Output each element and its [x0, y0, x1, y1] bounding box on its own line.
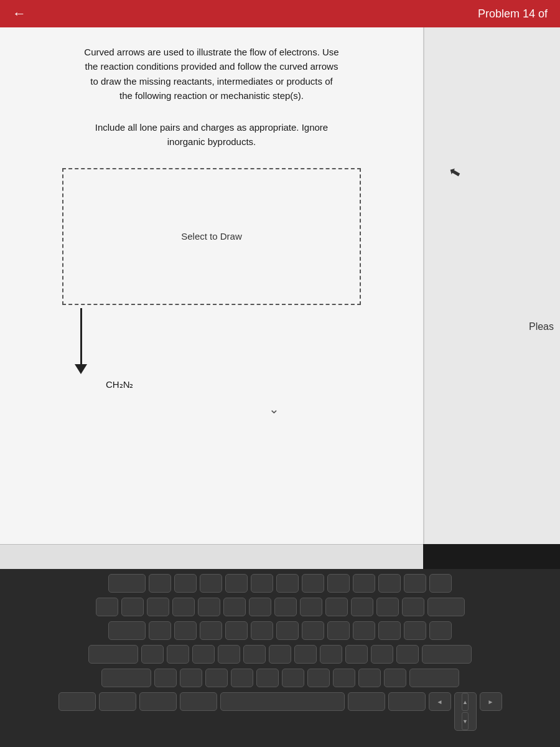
- draw-area[interactable]: Select to Draw: [62, 168, 361, 305]
- key-j[interactable]: [294, 645, 317, 664]
- instructions-paragraph-1: Curved arrows are used to illustrate the…: [19, 45, 404, 103]
- key-m[interactable]: [307, 669, 330, 687]
- key-f11[interactable]: [404, 574, 426, 593]
- key-k[interactable]: [320, 645, 342, 664]
- key-4[interactable]: [198, 598, 220, 616]
- key-f10[interactable]: [378, 574, 401, 593]
- key-semicolon[interactable]: [371, 645, 393, 664]
- key-quote[interactable]: [396, 645, 419, 664]
- key-shift-right[interactable]: [409, 669, 459, 687]
- key-z[interactable]: [154, 669, 177, 687]
- key-v[interactable]: [231, 669, 253, 687]
- key-a[interactable]: [141, 645, 164, 664]
- key-f2[interactable]: [174, 574, 197, 593]
- key-l[interactable]: [345, 645, 368, 664]
- cursor-icon: ⬉: [447, 163, 462, 182]
- key-shift-left[interactable]: [101, 669, 151, 687]
- key-minus[interactable]: [376, 598, 399, 616]
- keyboard-row-3: [0, 621, 560, 640]
- key-slash[interactable]: [384, 669, 406, 687]
- key-o[interactable]: [353, 621, 375, 640]
- key-b[interactable]: [256, 669, 279, 687]
- arrow-line: [80, 308, 82, 364]
- key-u[interactable]: [302, 621, 324, 640]
- bottom-toolbar: [0, 544, 423, 569]
- key-9[interactable]: [325, 598, 348, 616]
- key-7[interactable]: [274, 598, 297, 616]
- key-tab[interactable]: [108, 621, 146, 640]
- key-equals[interactable]: [402, 598, 424, 616]
- key-f4[interactable]: [225, 574, 248, 593]
- key-esc[interactable]: [108, 574, 146, 593]
- key-comma[interactable]: [333, 669, 355, 687]
- key-arrow-up[interactable]: ▲: [462, 693, 469, 711]
- key-g[interactable]: [243, 645, 266, 664]
- instructions-paragraph-2: Include all lone pairs and charges as ap…: [19, 120, 404, 149]
- keyboard-row-6: ◄ ▲ ▼ ►: [0, 692, 560, 731]
- expand-chevron[interactable]: ⌄: [269, 402, 279, 416]
- main-content: Curved arrows are used to illustrate the…: [0, 27, 423, 544]
- key-delete[interactable]: [427, 598, 465, 616]
- key-6[interactable]: [249, 598, 271, 616]
- key-f3[interactable]: [200, 574, 222, 593]
- arrow-head: [75, 364, 87, 374]
- key-w[interactable]: [174, 621, 197, 640]
- right-panel: ⬉ Pleas: [423, 27, 560, 544]
- key-f12[interactable]: [429, 574, 452, 593]
- problem-label: Problem 14 of: [478, 7, 548, 21]
- key-e[interactable]: [200, 621, 222, 640]
- key-2[interactable]: [147, 598, 169, 616]
- key-cmd-right[interactable]: [348, 692, 385, 711]
- key-period[interactable]: [358, 669, 381, 687]
- key-d[interactable]: [192, 645, 215, 664]
- key-option-right[interactable]: [388, 692, 426, 711]
- keyboard-area: ◄ ▲ ▼ ►: [0, 569, 560, 747]
- reaction-compound-label: CH₂N₂: [106, 379, 134, 390]
- key-f1[interactable]: [149, 574, 171, 593]
- key-h[interactable]: [269, 645, 291, 664]
- key-bracket-left[interactable]: [404, 621, 426, 640]
- keyboard-row-2: [0, 598, 560, 616]
- key-n[interactable]: [282, 669, 304, 687]
- key-f5[interactable]: [251, 574, 273, 593]
- key-c[interactable]: [205, 669, 228, 687]
- key-arrow-down[interactable]: ▼: [462, 712, 469, 730]
- key-cmd-left[interactable]: [180, 692, 217, 711]
- arrow-section: CH₂N₂: [37, 305, 336, 390]
- key-option[interactable]: [139, 692, 177, 711]
- key-caps[interactable]: [88, 645, 138, 664]
- key-ctrl[interactable]: [99, 692, 136, 711]
- key-r[interactable]: [225, 621, 248, 640]
- key-backtick[interactable]: [96, 598, 118, 616]
- key-return[interactable]: [422, 645, 472, 664]
- key-fn[interactable]: [58, 692, 96, 711]
- key-f8[interactable]: [327, 574, 350, 593]
- keyboard-row-5: [0, 669, 560, 687]
- vertical-arrow: [75, 308, 87, 374]
- key-1[interactable]: [121, 598, 144, 616]
- key-x[interactable]: [180, 669, 202, 687]
- key-bracket-right[interactable]: [429, 621, 452, 640]
- key-3[interactable]: [172, 598, 195, 616]
- key-f9[interactable]: [353, 574, 375, 593]
- keyboard-row-1: [0, 574, 560, 593]
- key-space[interactable]: [220, 692, 345, 711]
- back-button[interactable]: ←: [12, 6, 26, 22]
- key-8[interactable]: [300, 598, 322, 616]
- key-arrow-left[interactable]: ◄: [429, 692, 451, 711]
- key-arrow-right[interactable]: ►: [480, 692, 502, 711]
- key-arrow-updown: ▲ ▼: [454, 692, 477, 731]
- key-t[interactable]: [251, 621, 273, 640]
- key-f[interactable]: [218, 645, 240, 664]
- key-q[interactable]: [149, 621, 171, 640]
- key-s[interactable]: [167, 645, 189, 664]
- key-0[interactable]: [351, 598, 373, 616]
- key-f7[interactable]: [302, 574, 324, 593]
- key-i[interactable]: [327, 621, 350, 640]
- draw-area-container: Select to Draw CH₂N₂ ⌄: [19, 168, 404, 416]
- key-f6[interactable]: [276, 574, 299, 593]
- key-y[interactable]: [276, 621, 299, 640]
- key-p[interactable]: [378, 621, 401, 640]
- key-5[interactable]: [223, 598, 246, 616]
- header-bar: ← Problem 14 of: [0, 0, 560, 27]
